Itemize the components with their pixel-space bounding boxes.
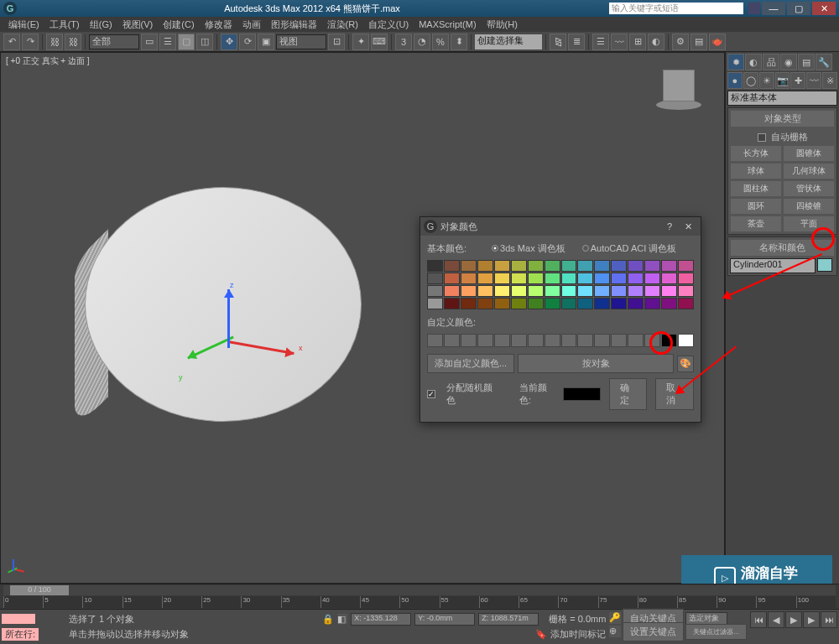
object-color-swatch[interactable] — [817, 258, 832, 272]
palette-cell[interactable] — [577, 273, 593, 284]
menu-view[interactable]: 视图(V) — [117, 18, 159, 31]
palette-cell[interactable] — [594, 298, 610, 309]
menu-tools[interactable]: 工具(T) — [44, 18, 85, 31]
autogrid-check[interactable] — [758, 133, 766, 142]
palette-cell[interactable] — [444, 285, 460, 297]
helpers-cat[interactable]: ✚ — [790, 72, 805, 89]
shapes-cat[interactable]: ◯ — [743, 72, 758, 89]
ruler-tick[interactable]: 35 — [281, 596, 320, 608]
palette-cell[interactable] — [511, 273, 527, 284]
palette-cell[interactable] — [461, 298, 477, 309]
ruler-tick[interactable]: 70 — [558, 596, 597, 608]
primitive-button[interactable]: 长方体 — [730, 145, 782, 162]
percent-snap-button[interactable]: % — [432, 34, 449, 50]
palette-cell[interactable] — [511, 260, 527, 272]
palette-cell[interactable] — [444, 260, 460, 272]
menu-modifier[interactable]: 修改器 — [200, 18, 237, 31]
manipulate-button[interactable]: ✦ — [352, 34, 369, 50]
dialog-help-button[interactable]: ? — [660, 220, 679, 233]
palette-cell[interactable] — [494, 273, 510, 284]
palette-cell[interactable] — [461, 260, 477, 272]
radio-autocad[interactable] — [582, 245, 589, 252]
menu-anim[interactable]: 动画 — [237, 18, 266, 31]
palette-cell[interactable] — [678, 298, 694, 309]
z-coord[interactable]: Z: 1088.571m — [478, 613, 539, 626]
viewcube[interactable] — [654, 68, 704, 118]
palette-cell[interactable] — [427, 298, 443, 309]
rollout-objtype[interactable]: 对象类型 — [730, 110, 835, 127]
cancel-button[interactable]: 取消 — [655, 378, 694, 410]
ruler-tick[interactable]: 65 — [519, 596, 558, 608]
palette-cell[interactable] — [644, 298, 660, 309]
palette-cell[interactable] — [678, 260, 694, 272]
palette-cell[interactable] — [561, 285, 577, 297]
palette-cell[interactable] — [661, 273, 677, 284]
palette-cell[interactable] — [444, 298, 460, 309]
y-coord[interactable]: Y: -0.0mm — [414, 613, 475, 626]
primitive-dropdown[interactable]: 标准基本体 — [727, 91, 837, 106]
palette-cell[interactable] — [611, 273, 627, 284]
palette-cell[interactable] — [644, 273, 660, 284]
menu-grapheditor[interactable]: 图形编辑器 — [266, 18, 322, 31]
custom-color-cell[interactable] — [561, 334, 577, 347]
move-gizmo[interactable]: x y z — [202, 296, 303, 397]
ruler-tick[interactable]: 60 — [479, 596, 519, 608]
display-tab[interactable]: ▤ — [798, 54, 815, 70]
palette-cell[interactable] — [494, 260, 510, 272]
rollout-namecolor[interactable]: 名称和颜色 — [730, 239, 835, 257]
ok-button[interactable]: 确定 — [609, 378, 648, 410]
palette-cell[interactable] — [577, 298, 593, 309]
redo-button[interactable]: ↷ — [22, 34, 39, 50]
ruler-tick[interactable]: 15 — [122, 596, 162, 608]
add-time-tag[interactable]: 添加时间标记 — [550, 628, 606, 641]
select-region-button[interactable]: ▢ — [178, 34, 195, 50]
curve-editor-button[interactable]: 〰 — [611, 34, 628, 50]
minimize-button[interactable]: — — [762, 2, 785, 15]
primitive-button[interactable]: 圆锥体 — [783, 145, 835, 162]
radio-3dsmax[interactable] — [492, 245, 498, 252]
assign-random-check[interactable] — [427, 390, 435, 398]
systems-cat[interactable]: ※ — [822, 72, 837, 89]
time-thumb[interactable]: 0 / 100 — [10, 585, 69, 595]
palette-cell[interactable] — [545, 298, 560, 309]
custom-color-cell[interactable] — [427, 334, 443, 347]
palette-cell[interactable] — [644, 260, 660, 272]
ruler-tick[interactable]: 75 — [598, 596, 638, 608]
close-button[interactable]: ✕ — [812, 2, 836, 15]
palette-cell[interactable] — [461, 285, 477, 297]
custom-color-cell[interactable] — [661, 334, 677, 347]
primitive-button[interactable]: 管状体 — [783, 180, 835, 197]
menu-group[interactable]: 组(G) — [85, 18, 117, 31]
create-tab[interactable]: ✹ — [727, 54, 744, 70]
palette-cell[interactable] — [611, 285, 627, 297]
select-name-button[interactable]: ☰ — [159, 34, 176, 50]
palette-cell[interactable] — [628, 298, 644, 309]
palette-cell[interactable] — [611, 260, 627, 272]
ruler-tick[interactable]: 90 — [717, 596, 756, 608]
timeline[interactable]: 0 / 100 05101520253035404550556065707580… — [0, 584, 839, 609]
ruler-tick[interactable]: 80 — [638, 596, 677, 608]
refcoord-dropdown[interactable]: 视图 — [276, 34, 326, 49]
rotate-button[interactable]: ⟳ — [239, 34, 256, 50]
custom-color-cell[interactable] — [594, 334, 610, 347]
modify-tab[interactable]: ◐ — [745, 54, 762, 70]
search-icon[interactable] — [748, 3, 760, 14]
palette-cell[interactable] — [545, 273, 560, 284]
palette-cell[interactable] — [477, 260, 493, 272]
palette-cell[interactable] — [528, 298, 544, 309]
prev-frame-button[interactable]: ◀ — [768, 611, 784, 628]
palette-cell[interactable] — [494, 298, 510, 309]
ruler-tick[interactable]: 85 — [677, 596, 717, 608]
setkey-button[interactable]: 设置关键点 — [623, 622, 684, 641]
palette-cell[interactable] — [511, 285, 527, 297]
palette-cell[interactable] — [444, 273, 460, 284]
ruler-tick[interactable]: 55 — [440, 596, 479, 608]
keyboard-button[interactable]: ⌨ — [371, 34, 388, 50]
custom-color-cell[interactable] — [444, 334, 460, 347]
dialog-titlebar[interactable]: G 对象颜色 ? ✕ — [420, 217, 701, 236]
custom-color-cell[interactable] — [611, 334, 627, 347]
time-ruler[interactable]: 0510152025303540455055606570758085909510… — [3, 596, 836, 608]
link-button[interactable]: ⛓ — [46, 34, 63, 50]
menu-help[interactable]: 帮助(H) — [482, 18, 523, 31]
utilities-tab[interactable]: 🔧 — [816, 54, 832, 70]
